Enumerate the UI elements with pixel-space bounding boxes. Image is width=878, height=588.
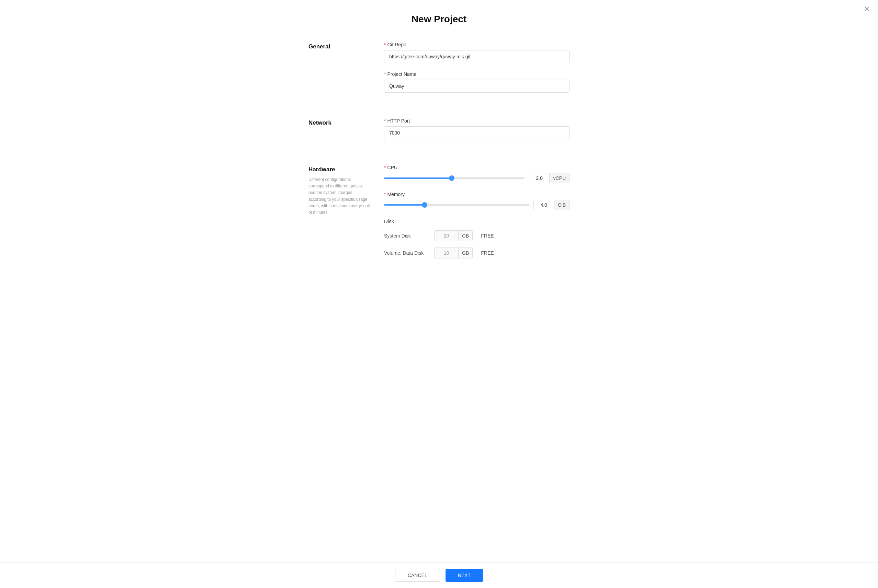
http-port-label: * HTTP Port xyxy=(384,118,570,124)
system-disk-input-group: GB xyxy=(434,230,473,241)
network-label-col: Network xyxy=(308,118,370,148)
system-disk-row: System Disk GB FREE xyxy=(384,230,570,241)
git-repo-field: * Git Repo xyxy=(384,42,570,63)
memory-value-box: GiB xyxy=(534,200,570,210)
cpu-slider-wrapper xyxy=(384,175,525,182)
volume-data-disk-input-group: GB xyxy=(434,248,473,258)
general-section-content: * Git Repo * Project Name xyxy=(384,42,570,101)
next-button[interactable]: NEXT xyxy=(445,569,483,582)
project-name-input[interactable] xyxy=(384,80,570,93)
memory-slider-container: GiB xyxy=(384,200,570,210)
hardware-label-col: Hardware Different configurations corres… xyxy=(308,165,370,265)
network-section-label: Network xyxy=(308,118,370,126)
hardware-section: Hardware Different configurations corres… xyxy=(308,165,570,265)
cpu-slider-thumb[interactable] xyxy=(449,176,454,181)
hardware-section-content: * CPU vCPU xyxy=(384,165,570,265)
cpu-field: * CPU vCPU xyxy=(384,165,570,183)
git-repo-required-star: * xyxy=(384,42,386,47)
memory-slider-track xyxy=(384,204,529,206)
cpu-slider-track xyxy=(384,177,525,179)
git-repo-input[interactable] xyxy=(384,50,570,63)
git-repo-label: * Git Repo xyxy=(384,42,570,47)
page-title: New Project xyxy=(308,14,570,25)
disk-title: Disk xyxy=(384,218,570,224)
close-button[interactable]: ✕ xyxy=(864,6,870,13)
memory-slider-wrapper xyxy=(384,201,529,208)
general-section: General * Git Repo * Project Name xyxy=(308,42,570,101)
network-section-content: * HTTP Port xyxy=(384,118,570,148)
system-disk-label: System Disk xyxy=(384,233,429,238)
system-disk-unit: GB xyxy=(458,230,473,241)
project-name-label: * Project Name xyxy=(384,71,570,77)
memory-slider-fill xyxy=(384,204,425,206)
general-section-label: General xyxy=(308,42,370,50)
project-name-required-star: * xyxy=(384,71,386,77)
cpu-slider-fill xyxy=(384,177,452,179)
disk-section: Disk System Disk GB FREE Volume: Data Di… xyxy=(384,218,570,258)
volume-data-disk-input[interactable] xyxy=(434,248,458,258)
cpu-unit: vCPU xyxy=(549,173,570,183)
memory-required-star: * xyxy=(384,192,386,197)
volume-data-disk-row: Volume: Data Disk GB FREE xyxy=(384,248,570,258)
footer-bar: CANCEL NEXT xyxy=(0,562,878,588)
project-name-field: * Project Name xyxy=(384,71,570,93)
general-label-col: General xyxy=(308,42,370,101)
cpu-value-box: vCPU xyxy=(529,173,570,183)
system-disk-input[interactable] xyxy=(434,230,458,241)
system-disk-free: FREE xyxy=(481,233,494,238)
memory-unit: GiB xyxy=(554,200,570,210)
memory-label: * Memory xyxy=(384,192,570,197)
cancel-button[interactable]: CANCEL xyxy=(395,569,440,582)
cpu-required-star: * xyxy=(384,165,386,170)
http-port-field: * HTTP Port xyxy=(384,118,570,140)
memory-value-input[interactable] xyxy=(534,200,554,210)
cpu-slider-container: vCPU xyxy=(384,173,570,183)
cpu-label: * CPU xyxy=(384,165,570,170)
memory-slider-thumb[interactable] xyxy=(422,202,427,208)
http-port-input[interactable] xyxy=(384,126,570,140)
volume-data-disk-unit: GB xyxy=(458,248,473,258)
hardware-section-label: Hardware xyxy=(308,165,370,173)
network-section: Network * HTTP Port xyxy=(308,118,570,148)
hardware-description: Different configurations correspond to d… xyxy=(308,176,370,216)
memory-field: * Memory GiB xyxy=(384,192,570,210)
volume-data-disk-free: FREE xyxy=(481,250,494,256)
cpu-value-input[interactable] xyxy=(529,173,549,183)
http-port-required-star: * xyxy=(384,118,386,124)
volume-data-disk-label: Volume: Data Disk xyxy=(384,250,429,256)
